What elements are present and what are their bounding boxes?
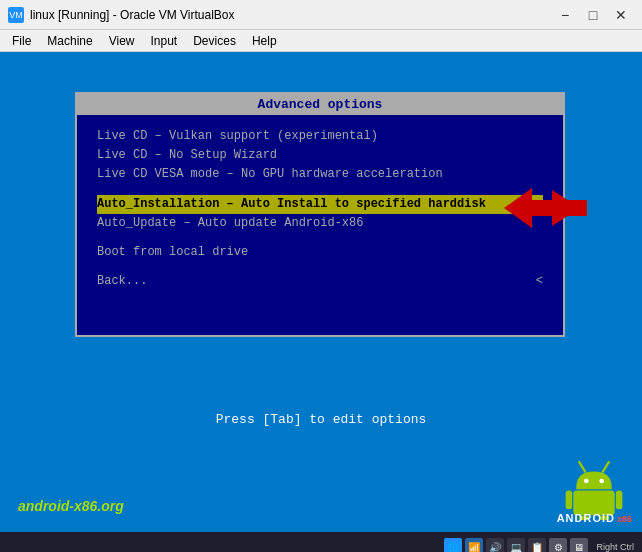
svg-point-3 — [600, 479, 605, 484]
boot-menu: Advanced options Live CD – Vulkan suppor… — [75, 92, 565, 337]
close-button[interactable]: ✕ — [608, 4, 634, 26]
tray-icon-6[interactable]: ⚙ — [549, 538, 567, 552]
boot-option-live-no-setup[interactable]: Live CD – No Setup Wizard — [97, 146, 543, 165]
menu-bar: File Machine View Input Devices Help — [0, 30, 642, 52]
app-icon: VM — [8, 7, 24, 23]
minimize-button[interactable]: − — [552, 4, 578, 26]
boot-option-back[interactable]: Back... < — [97, 272, 543, 291]
android-brand: android-x86.org — [18, 498, 124, 514]
menu-input[interactable]: Input — [143, 32, 186, 50]
boot-option-live-vulkan[interactable]: Live CD – Vulkan support (experimental) — [97, 127, 543, 146]
x86-label: x86 — [617, 514, 632, 524]
boot-option-local[interactable]: Boot from local drive — [97, 243, 543, 262]
menu-devices[interactable]: Devices — [185, 32, 244, 50]
menu-help[interactable]: Help — [244, 32, 285, 50]
tray-icon-7[interactable]: 🖥 — [570, 538, 588, 552]
boot-option-live-vesa[interactable]: Live CD VESA mode – No GPU hardware acce… — [97, 165, 543, 184]
menu-file[interactable]: File — [4, 32, 39, 50]
tray-icon-2[interactable]: 📶 — [465, 538, 483, 552]
tray-icon-3[interactable]: 🔊 — [486, 538, 504, 552]
android-label: ANDROID — [557, 512, 615, 524]
svg-rect-5 — [566, 490, 573, 509]
tray-icon-5[interactable]: 📋 — [528, 538, 546, 552]
boot-menu-body: Live CD – Vulkan support (experimental) … — [77, 115, 563, 335]
tray-icon-1[interactable]: 🌐 — [444, 538, 462, 552]
taskbar: 🌐 📶 🔊 💻 📋 ⚙ 🖥 Right Ctrl — [0, 532, 642, 552]
menu-view[interactable]: View — [101, 32, 143, 50]
title-bar: VM linux [Running] - Oracle VM VirtualBo… — [0, 0, 642, 30]
menu-machine[interactable]: Machine — [39, 32, 100, 50]
press-tab-text: Press [Tab] to edit options — [0, 412, 642, 427]
maximize-button[interactable]: □ — [580, 4, 606, 26]
boot-menu-header: Advanced options — [77, 94, 563, 115]
boot-option-auto-install[interactable]: Auto_Installation – Auto Install to spec… — [97, 195, 543, 214]
vm-display[interactable]: Advanced options Live CD – Vulkan suppor… — [0, 52, 642, 532]
arrow-indicator — [532, 200, 587, 216]
svg-point-2 — [584, 479, 589, 484]
android-robot-logo: ANDROID x86 — [557, 455, 632, 524]
window-title: linux [Running] - Oracle VM VirtualBox — [30, 8, 552, 22]
window-controls: − □ ✕ — [552, 4, 634, 26]
svg-line-0 — [580, 462, 586, 471]
tray-icons: 🌐 📶 🔊 💻 📋 ⚙ 🖥 — [444, 538, 588, 552]
tray-icon-4[interactable]: 💻 — [507, 538, 525, 552]
svg-line-1 — [603, 462, 609, 471]
svg-rect-6 — [616, 490, 623, 509]
boot-option-auto-update[interactable]: Auto_Update – Auto update Android-x86 — [97, 214, 543, 233]
right-ctrl-label: Right Ctrl — [596, 542, 634, 552]
